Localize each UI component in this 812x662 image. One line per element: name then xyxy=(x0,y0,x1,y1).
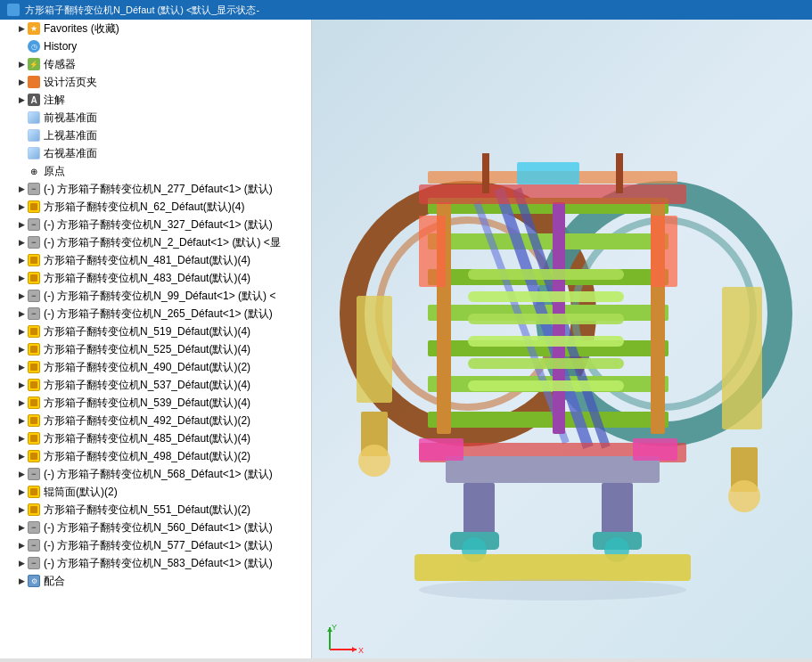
tree-item-design-activity[interactable]: ▶ 设计活页夹 xyxy=(0,73,311,91)
expand-arrow[interactable]: ▶ xyxy=(16,397,27,408)
tree-item-top-plane[interactable]: 上视基准面 xyxy=(0,127,311,144)
tree-item-comp-277[interactable]: ▶ − (-) 方形箱子翻转变位机N_277_Défaut<1> (默认) xyxy=(0,180,311,198)
expand-arrow[interactable]: ▶ xyxy=(16,540,27,551)
svg-rect-22 xyxy=(468,336,624,347)
svg-rect-10 xyxy=(428,412,668,428)
tree-icon: − xyxy=(27,467,41,481)
tree-item-label: 方形箱子翻转变位机N_490_Défaut(默认)(2) xyxy=(44,360,250,375)
tree-item-comp-560[interactable]: ▶ − (-) 方形箱子翻转变位机N_560_Défaut<1> (默认) xyxy=(0,519,311,536)
expand-arrow[interactable]: ▶ xyxy=(16,415,27,426)
tree-item-comp-525[interactable]: ▶ 方形箱子翻转变位机N_525_Défaut(默认)(4) xyxy=(0,340,311,358)
tree-item-label: 传感器 xyxy=(44,57,76,72)
tree-item-comp-519[interactable]: ▶ 方形箱子翻转变位机N_519_Défaut(默认)(4) xyxy=(0,323,311,340)
svg-rect-32 xyxy=(722,287,762,429)
expand-arrow[interactable]: ▶ xyxy=(16,59,27,69)
expand-arrow[interactable]: ▶ xyxy=(16,576,27,586)
tree-item-comp-99[interactable]: ▶ − (-) 方形箱子翻转变位机N_99_Défaut<1> (默认) < xyxy=(0,287,311,305)
tree-icon xyxy=(27,128,41,143)
expand-arrow[interactable]: ▶ xyxy=(16,255,27,266)
tree-item-favorites[interactable]: ▶ ★ Favorites (收藏) xyxy=(0,20,311,37)
tree-item-comp-492[interactable]: ▶ 方形箱子翻转变位机N_492_Défaut(默认)(2) xyxy=(0,412,311,429)
tree-icon xyxy=(27,413,41,428)
expand-arrow[interactable]: ▶ xyxy=(16,326,27,337)
tree-icon: − xyxy=(27,556,41,570)
tree-item-label: 方形箱子翻转变位机N_537_Défaut(默认)(4) xyxy=(44,378,250,393)
tree-item-comp-537[interactable]: ▶ 方形箱子翻转变位机N_537_Défaut(默认)(4) xyxy=(0,376,311,394)
expand-arrow[interactable]: ▶ xyxy=(16,23,27,34)
svg-rect-25 xyxy=(446,456,660,483)
3d-viewport[interactable]: X Y xyxy=(312,20,812,658)
tree-item-annotation[interactable]: ▶ A 注解 xyxy=(0,91,311,109)
tree-item-comp-2[interactable]: ▶ − (-) 方形箱子翻转变位机N_2_Défaut<1> (默认) <显 xyxy=(0,233,311,251)
tree-item-label: 方形箱子翻转变位机N_492_Défaut(默认)(2) xyxy=(44,413,250,429)
expand-arrow[interactable]: ▶ xyxy=(16,558,27,568)
expand-arrow[interactable]: ▶ xyxy=(16,362,27,372)
tree-item-history[interactable]: ◷ History xyxy=(0,37,311,55)
svg-rect-5 xyxy=(428,233,668,249)
expand-arrow[interactable]: ▶ xyxy=(16,380,27,390)
expand-arrow-placeholder xyxy=(16,130,27,141)
svg-rect-39 xyxy=(633,438,677,461)
expand-arrow[interactable]: ▶ xyxy=(16,504,27,515)
tree-item-comp-265[interactable]: ▶ − (-) 方形箱子翻转变位机N_265_Défaut<1> (默认) xyxy=(0,305,311,323)
tree-icon: ★ xyxy=(27,21,41,36)
expand-arrow[interactable]: ▶ xyxy=(16,237,27,248)
expand-arrow[interactable]: ▶ xyxy=(16,273,27,283)
expand-arrow[interactable]: ▶ xyxy=(16,290,27,301)
svg-rect-40 xyxy=(419,438,463,461)
tree-item-origin[interactable]: ⊕ 原点 xyxy=(0,162,311,180)
tree-item-comp-62[interactable]: ▶ 方形箱子翻转变位机N_62_Défaut(默认)(4) xyxy=(0,198,311,216)
svg-marker-49 xyxy=(352,647,357,652)
tree-icon: ⚙ xyxy=(27,574,41,588)
expand-arrow[interactable]: ▶ xyxy=(16,344,27,355)
tree-icon: − xyxy=(27,182,41,196)
expand-arrow[interactable]: ▶ xyxy=(16,308,27,319)
tree-item-front-plane[interactable]: 前视基准面 xyxy=(0,109,311,127)
tree-item-label: 方形箱子翻转变位机N_62_Défaut(默认)(4) xyxy=(44,200,244,215)
tree-item-label: History xyxy=(44,40,77,53)
tree-item-comp-577[interactable]: ▶ − (-) 方形箱子翻转变位机N_577_Défaut<1> (默认) xyxy=(0,536,311,554)
expand-arrow[interactable]: ▶ xyxy=(16,522,27,533)
tree-item-comp-498[interactable]: ▶ 方形箱子翻转变位机N_498_Défaut(默认)(2) xyxy=(0,447,311,465)
expand-arrow[interactable]: ▶ xyxy=(16,184,27,194)
tree-icon: − xyxy=(27,520,41,535)
app-icon xyxy=(7,4,20,16)
expand-arrow[interactable]: ▶ xyxy=(16,433,27,444)
tree-item-comp-327[interactable]: ▶ − (-) 方形箱子翻转变位机N_327_Défaut<1> (默认) xyxy=(0,216,311,233)
tree-icon: ⚡ xyxy=(27,57,41,71)
tree-item-label: 注解 xyxy=(44,93,65,108)
tree-item-assembly[interactable]: ▶ ⚙ 配合 xyxy=(0,572,311,590)
tree-item-comp-481[interactable]: ▶ 方形箱子翻转变位机N_481_Défaut(默认)(4) xyxy=(0,251,311,269)
viewport-background: X Y xyxy=(312,20,812,658)
tree-item-label: (-) 方形箱子翻转变位机N_583_Défaut<1> (默认) xyxy=(44,556,273,571)
tree-item-label: (-) 方形箱子翻转变位机N_99_Défaut<1> (默认) < xyxy=(44,289,275,304)
tree-item-label: (-) 方形箱子翻转变位机N_265_Défaut<1> (默认) xyxy=(44,306,273,322)
expand-arrow[interactable]: ▶ xyxy=(16,451,27,462)
expand-arrow[interactable]: ▶ xyxy=(16,486,27,497)
tree-item-label: 配合 xyxy=(44,574,65,589)
axis-indicator: X Y xyxy=(321,623,357,650)
tree-item-comp-roller[interactable]: ▶ 辊筒面(默认)(2) xyxy=(0,483,311,501)
svg-rect-35 xyxy=(357,296,392,403)
tree-item-comp-485[interactable]: ▶ 方形箱子翻转变位机N_485_Défaut(默认)(4) xyxy=(0,429,311,447)
bottom-bar xyxy=(0,658,812,662)
expand-arrow[interactable]: ▶ xyxy=(16,469,27,479)
feature-tree-panel[interactable]: ▶ ★ Favorites (收藏) ◷ History ▶ ⚡ 传感器 ▶ 设… xyxy=(0,20,312,658)
tree-item-sensor[interactable]: ▶ ⚡ 传感器 xyxy=(0,55,311,73)
expand-arrow[interactable]: ▶ xyxy=(16,94,27,105)
tree-item-comp-539[interactable]: ▶ 方形箱子翻转变位机N_539_Défaut(默认)(4) xyxy=(0,394,311,412)
tree-item-comp-568[interactable]: ▶ − (-) 方形箱子翻转变位机N_568_Défaut<1> (默认) xyxy=(0,465,311,483)
tree-item-comp-551[interactable]: ▶ 方形箱子翻转变位机N_551_Défaut(默认)(2) xyxy=(0,501,311,519)
expand-arrow[interactable]: ▶ xyxy=(16,219,27,230)
expand-arrow[interactable]: ▶ xyxy=(16,77,27,87)
svg-rect-21 xyxy=(468,314,624,324)
tree-item-label: 方形箱子翻转变位机N_519_Défaut(默认)(4) xyxy=(44,324,250,339)
tree-item-right-plane[interactable]: 右视基准面 xyxy=(0,144,311,162)
svg-text:X: X xyxy=(358,646,364,655)
tree-item-comp-483[interactable]: ▶ 方形箱子翻转变位机N_483_Défaut(默认)(4) xyxy=(0,269,311,287)
tree-item-comp-583[interactable]: ▶ − (-) 方形箱子翻转变位机N_583_Défaut<1> (默认) xyxy=(0,554,311,572)
tree-item-label: 前视基准面 xyxy=(44,110,97,126)
tree-item-comp-490[interactable]: ▶ 方形箱子翻转变位机N_490_Défaut(默认)(2) xyxy=(0,358,311,376)
expand-arrow[interactable]: ▶ xyxy=(16,201,27,212)
tree-icon xyxy=(27,253,41,267)
